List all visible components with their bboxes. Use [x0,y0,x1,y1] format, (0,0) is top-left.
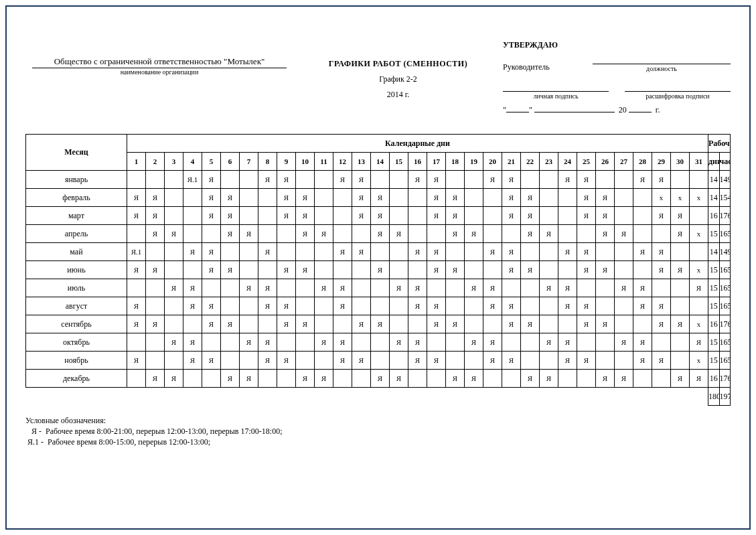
col-day-22: 22 [521,153,540,171]
day-cell [202,333,221,352]
day-cell [465,189,483,207]
day-cell [296,243,315,261]
day-cell [446,333,465,352]
day-cell: Я [296,261,315,279]
day-cell: Я [390,370,408,388]
row-days: 15 [708,297,720,315]
day-cell: Я [371,370,390,388]
col-day-12: 12 [333,153,352,171]
day-cell [390,171,408,189]
day-cell [183,261,202,279]
table-row: февральЯЯЯЯЯЯЯЯЯЯЯЯЯЯххх14154 [26,189,731,207]
day-cell: Я [633,171,652,189]
day-cell: Я [465,333,483,352]
day-cell: Я [671,261,690,279]
day-cell: Я [221,189,240,207]
day-cell [352,333,371,352]
day-cell: Я [315,279,333,297]
day-cell: Я [165,370,183,388]
col-day-23: 23 [540,153,558,171]
day-cell [671,279,690,297]
day-cell [558,207,577,225]
day-cell [165,297,183,315]
day-cell [240,315,258,333]
day-cell: Я [596,261,615,279]
legend-line: Я - Рабочее время 8:00-21:00, перерыв 12… [25,426,731,437]
row-days: 16 [708,315,720,333]
col-day-9: 9 [277,153,296,171]
approve-date: "" 20 г. [503,104,731,115]
day-cell [540,207,558,225]
day-cell: Я [146,370,165,388]
col-day-20: 20 [483,153,502,171]
row-days: 16 [708,370,720,388]
row-hours: 165 [719,261,731,279]
day-cell [427,225,446,243]
day-cell [596,243,615,261]
day-cell [371,171,390,189]
day-cell [315,207,333,225]
day-cell [202,370,221,388]
day-cell: Я [277,189,296,207]
day-cell: Я [352,207,371,225]
day-cell: Я [202,315,221,333]
month-name: январь [26,171,127,189]
day-cell: х [690,352,708,370]
day-cell: Я [446,189,465,207]
day-cell: Я [390,225,408,243]
day-cell: Я [427,207,446,225]
day-cell [671,297,690,315]
day-cell [633,225,652,243]
day-cell [277,243,296,261]
approve-role: Руководитель [503,62,577,72]
day-cell: Я [615,370,633,388]
day-cell [352,225,371,243]
day-cell: Я [633,352,652,370]
day-cell [465,297,483,315]
day-cell [521,352,540,370]
day-cell [633,189,652,207]
day-cell: Я [427,189,446,207]
day-cell: Я [483,333,502,352]
day-cell [296,297,315,315]
day-cell: Я [690,333,708,352]
day-cell: Я [127,297,146,315]
day-cell [671,352,690,370]
table-row: ноябрьЯЯЯЯЯЯЯЯЯЯЯЯЯЯЯх15165 [26,352,731,370]
day-cell [671,333,690,352]
day-cell [615,261,633,279]
day-cell [540,297,558,315]
col-day-24: 24 [558,153,577,171]
day-cell [615,352,633,370]
day-cell [446,171,465,189]
day-cell: Я [652,297,671,315]
day-cell [615,297,633,315]
approve-title: УТВЕРЖДАЮ [503,40,731,50]
day-cell: Я [502,171,521,189]
day-cell [258,261,277,279]
row-days: 15 [708,261,720,279]
day-cell [390,243,408,261]
day-cell: Я [521,315,540,333]
day-cell: Я [577,315,596,333]
day-cell: х [690,261,708,279]
day-cell [221,297,240,315]
legend-line: Я.1 - Рабочее время 8:00-15:00, перерыв … [25,437,731,447]
date-quote-close: " [529,105,532,114]
day-cell: Я [221,370,240,388]
day-cell: Я [596,315,615,333]
day-cell [502,225,521,243]
row-days: 15 [708,352,720,370]
month-name: май [26,243,127,261]
day-cell [446,297,465,315]
day-cell: Я [183,279,202,297]
day-cell [221,243,240,261]
day-cell [615,315,633,333]
row-days: 14 [708,243,720,261]
day-cell: Я [183,297,202,315]
table-row: сентябрьЯЯЯЯЯЯЯЯЯЯЯЯЯЯЯЯх16176 [26,315,731,333]
day-cell [596,171,615,189]
day-cell [296,352,315,370]
col-day-14: 14 [371,153,390,171]
day-cell: Я [202,189,221,207]
